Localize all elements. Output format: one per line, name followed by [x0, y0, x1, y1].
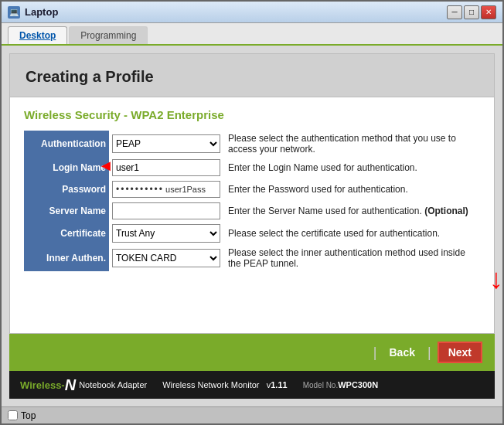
certificate-select[interactable]: Trust Any [112, 224, 220, 243]
server-name-input[interactable] [112, 202, 220, 219]
footer-notebook-label: Notebook Adapter [79, 380, 147, 389]
password-label: Password [24, 178, 109, 200]
profile-header: Creating a Profile [10, 54, 494, 97]
red-arrow-left: ◄ [98, 157, 114, 175]
table-row: Authentication PEAP TTLS TLS Please sele… [24, 131, 480, 157]
auth-description: Please select the authentication method … [225, 131, 480, 157]
footer-wireless: Wireless- [20, 379, 65, 391]
table-row: Inner Authen. TOKEN CARD MS-CHAP-V2 MD5 … [24, 245, 480, 271]
auth-input-cell: PEAP TTLS TLS [109, 131, 225, 157]
bottom-navigation-bar: | Back | Next [9, 334, 495, 371]
next-button[interactable]: Next [438, 342, 482, 363]
footer-monitor-label: Wireless Network Monitor v1.11 [162, 380, 287, 389]
table-row: Password •••••••••• user1Pass Enter the … [24, 178, 480, 200]
cert-description: Please select the certificate used for a… [225, 222, 480, 245]
cert-label: Certificate [24, 222, 109, 245]
table-row: Certificate Trust Any Please select the … [24, 222, 480, 245]
server-description: Enter the Server Name used for authentic… [225, 200, 480, 222]
tab-programming[interactable]: Programming [69, 26, 148, 44]
footer-bar: Wireless- N Notebook Adapter Wireless Ne… [9, 371, 495, 399]
section-title: Wireless Security - WPA2 Enterprise [24, 108, 480, 121]
server-label: Server Name [24, 200, 109, 222]
status-bar: Top [2, 406, 502, 423]
form-table: Authentication PEAP TTLS TLS Please sele… [24, 131, 480, 271]
inner-auth-description: Please select the inner authentication m… [225, 245, 480, 271]
password-input-cell: •••••••••• user1Pass [109, 178, 225, 200]
divider-2: | [427, 345, 431, 361]
password-text: user1Pass [165, 185, 206, 194]
inner-auth-input-cell: TOKEN CARD MS-CHAP-V2 MD5 [109, 245, 225, 271]
footer-model-number: WPC300N [338, 380, 378, 389]
cert-input-cell: Trust Any [109, 222, 225, 245]
password-description: Enter the Password used for authenticati… [225, 178, 480, 200]
tab-desktop[interactable]: Desktop [8, 26, 67, 44]
close-button[interactable]: ✕ [481, 5, 496, 19]
login-label: Login Name [24, 157, 109, 178]
minimize-button[interactable]: ─ [447, 5, 462, 19]
top-checkbox-label[interactable]: Top [8, 410, 36, 421]
password-dots: •••••••••• [116, 184, 164, 195]
footer-model-label: Model No. [303, 381, 339, 389]
window-icon: 💻 [8, 6, 20, 19]
table-row: Server Name Enter the Server Name used f… [24, 200, 480, 222]
form-area: Wireless Security - WPA2 Enterprise Auth… [10, 97, 494, 333]
main-window: 💻 Laptop ─ □ ✕ Desktop Programming Creat… [0, 0, 504, 425]
window-controls: ─ □ ✕ [447, 5, 496, 19]
table-row: Login Name ◄ Enter the Login Name used f… [24, 157, 480, 178]
authentication-select[interactable]: PEAP TTLS TLS [112, 134, 220, 153]
login-name-input[interactable] [112, 159, 220, 176]
inner-auth-select[interactable]: TOKEN CARD MS-CHAP-V2 MD5 [112, 249, 220, 267]
server-input-cell [109, 200, 225, 222]
login-description: Enter the Login Name used for authentica… [225, 157, 480, 178]
back-button[interactable]: Back [383, 343, 421, 362]
content-panel: Creating a Profile Wireless Security - W… [9, 53, 495, 334]
footer-n: N [65, 376, 76, 394]
window-title: Laptop [25, 6, 58, 18]
tab-bar: Desktop Programming [2, 23, 502, 46]
divider-1: | [373, 345, 377, 361]
maximize-button[interactable]: □ [464, 5, 479, 19]
profile-title: Creating a Profile [26, 68, 478, 86]
login-input-cell: ◄ [109, 157, 225, 178]
inner-auth-label: Inner Authen. [24, 245, 109, 271]
auth-label: Authentication [24, 131, 109, 157]
top-checkbox[interactable] [8, 410, 18, 420]
main-content: Creating a Profile Wireless Security - W… [2, 46, 502, 406]
title-bar: 💻 Laptop ─ □ ✕ [2, 2, 502, 23]
